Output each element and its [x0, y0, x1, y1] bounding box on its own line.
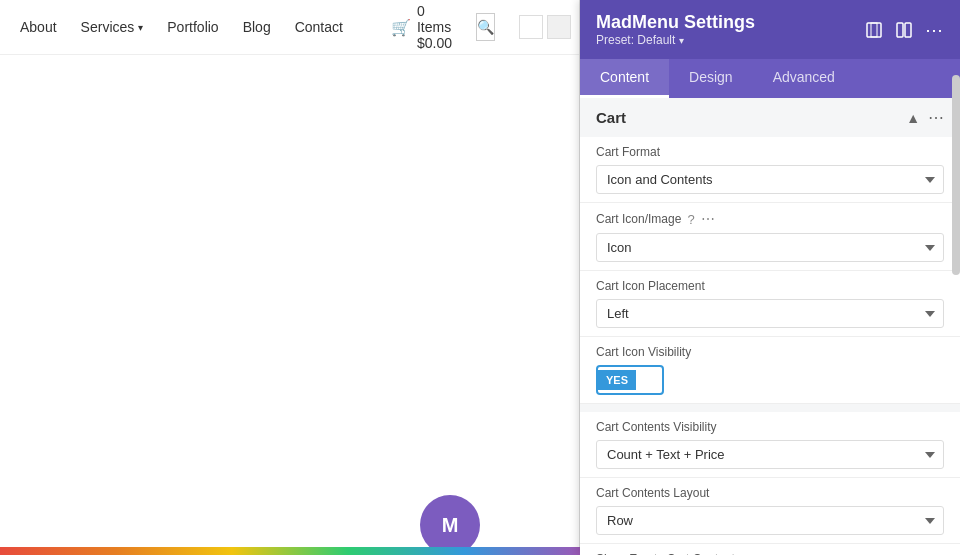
cart-area[interactable]: 🛒 0 Items $0.00 — [391, 3, 452, 51]
cart-contents-visibility-label: Cart Contents Visibility — [596, 420, 944, 434]
section-collapse-icon[interactable]: ▲ — [906, 110, 920, 126]
columns-icon[interactable] — [894, 20, 914, 40]
cart-label: 0 Items $0.00 — [417, 3, 452, 51]
svg-rect-3 — [905, 23, 911, 37]
cart-section-title: Cart — [596, 109, 626, 126]
cart-icon-placement-select[interactable]: Left Right — [596, 299, 944, 328]
panel-header: MadMenu Settings Preset: Default ▾ ⋯ — [580, 0, 960, 59]
toggle-yes-btn[interactable]: YES — [596, 365, 664, 395]
cart-contents-layout-row: Cart Contents Layout Row Column — [580, 478, 960, 544]
cart-contents-layout-label: Cart Contents Layout — [596, 486, 944, 500]
nav-portfolio[interactable]: Portfolio — [167, 19, 218, 35]
website-preview: About Services Portfolio Blog Contact 🛒 … — [0, 0, 580, 555]
svg-rect-2 — [897, 23, 903, 37]
cart-icon-visibility-row: Cart Icon Visibility YES — [580, 337, 960, 404]
cart-format-label: Cart Format — [596, 145, 944, 159]
cart-contents-visibility-select[interactable]: Count + Text + Price Count Only Text Onl… — [596, 440, 944, 469]
section-divider — [580, 404, 960, 412]
search-button[interactable]: 🔍 — [476, 13, 495, 41]
color-box-light[interactable] — [547, 15, 571, 39]
section-more-icon[interactable]: ⋯ — [928, 108, 944, 127]
panel-header-icons: ⋯ — [864, 20, 944, 40]
nav-services-label: Services — [81, 19, 135, 35]
nav-portfolio-label: Portfolio — [167, 19, 218, 35]
tab-advanced[interactable]: Advanced — [753, 59, 855, 98]
cart-icon-placement-label: Cart Icon Placement — [596, 279, 944, 293]
cart-icon-image-row: Cart Icon/Image ? ⋯ Icon Image — [580, 203, 960, 271]
color-boxes — [519, 15, 571, 39]
panel-tabs: Content Design Advanced — [580, 59, 960, 98]
nav-blog-label: Blog — [243, 19, 271, 35]
search-icon: 🔍 — [477, 19, 494, 35]
tab-advanced-label: Advanced — [773, 69, 835, 85]
chevron-down-icon: ▾ — [679, 35, 684, 46]
toggle-yes-label: YES — [598, 370, 636, 390]
cart-format-row: Cart Format Icon and Contents Icon Only … — [580, 137, 960, 203]
panel-header-left: MadMenu Settings Preset: Default ▾ — [596, 12, 755, 47]
cart-icon-visibility-label: Cart Icon Visibility — [596, 345, 944, 359]
nav-about-label: About — [20, 19, 57, 35]
cart-icon-visibility-toggle[interactable]: YES — [596, 365, 944, 395]
cart-format-select[interactable]: Icon and Contents Icon Only Text Only — [596, 165, 944, 194]
icon-image-more-icon[interactable]: ⋯ — [701, 211, 715, 227]
cart-contents-layout-select[interactable]: Row Column — [596, 506, 944, 535]
nav-about[interactable]: About — [20, 19, 57, 35]
section-controls: ▲ ⋯ — [906, 108, 944, 127]
tab-design-label: Design — [689, 69, 733, 85]
panel-body: Cart ▲ ⋯ Cart Format Icon and Contents I… — [580, 98, 960, 555]
cart-icon-image-select[interactable]: Icon Image — [596, 233, 944, 262]
nav-contact-label: Contact — [295, 19, 343, 35]
avatar: M — [420, 495, 480, 555]
scrollbar-thumb[interactable] — [952, 75, 960, 275]
nav-contact[interactable]: Contact — [295, 19, 343, 35]
settings-panel: MadMenu Settings Preset: Default ▾ ⋯ — [580, 0, 960, 555]
bottom-bar — [0, 547, 580, 555]
cart-section-header: Cart ▲ ⋯ — [580, 98, 960, 137]
cart-icon-placement-row: Cart Icon Placement Left Right — [580, 271, 960, 337]
preview-content — [0, 55, 579, 95]
panel-preset-text: Preset: Default — [596, 33, 675, 47]
expand-icon[interactable] — [864, 20, 884, 40]
nav-bar: About Services Portfolio Blog Contact 🛒 … — [0, 0, 579, 55]
show-empty-cart-row: Show Empty Cart Contents — [580, 544, 960, 555]
tab-content-label: Content — [600, 69, 649, 85]
panel-title: MadMenu Settings — [596, 12, 755, 33]
color-box-white[interactable] — [519, 15, 543, 39]
tab-content[interactable]: Content — [580, 59, 669, 98]
panel-preset[interactable]: Preset: Default ▾ — [596, 33, 755, 47]
avatar-text: M — [442, 514, 459, 537]
help-icon[interactable]: ? — [687, 212, 694, 227]
cart-icon-image-label: Cart Icon/Image ? ⋯ — [596, 211, 944, 227]
more-options-icon[interactable]: ⋯ — [924, 20, 944, 40]
nav-blog[interactable]: Blog — [243, 19, 271, 35]
tab-design[interactable]: Design — [669, 59, 753, 98]
nav-services[interactable]: Services — [81, 19, 144, 35]
toggle-handle — [638, 369, 660, 391]
cart-icon: 🛒 — [391, 18, 411, 37]
svg-rect-0 — [867, 23, 881, 37]
cart-contents-visibility-row: Cart Contents Visibility Count + Text + … — [580, 412, 960, 478]
svg-rect-1 — [871, 23, 877, 37]
